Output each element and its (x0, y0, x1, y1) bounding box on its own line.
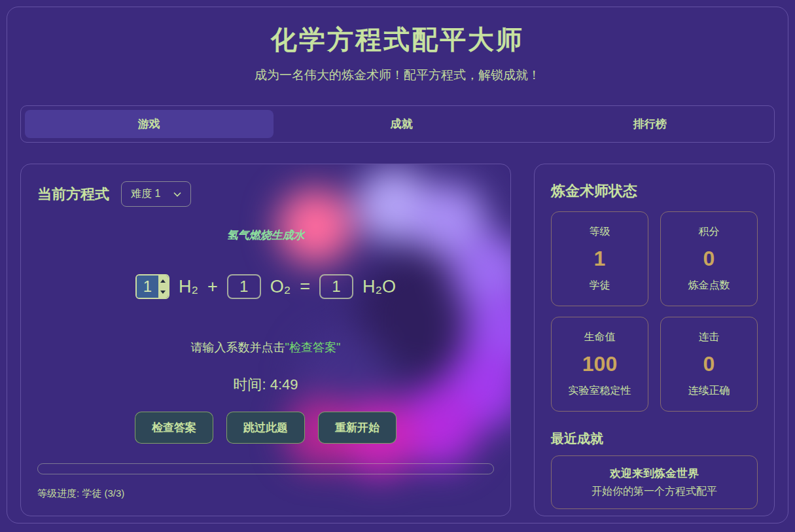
stat-card-level: 等级 1 学徒 (551, 211, 648, 306)
difficulty-select[interactable]: 难度 1 (121, 181, 191, 207)
stat-label: 积分 (666, 225, 752, 239)
achievement-title: 欢迎来到炼金世界 (558, 466, 751, 481)
equation-term-o2: O₂ (270, 277, 291, 297)
equation-row: 1 H₂ + O₂ = H₂O (37, 274, 494, 299)
skip-question-button[interactable]: 跳过此题 (226, 412, 305, 444)
stat-sublabel: 连续正确 (666, 384, 752, 398)
achievement-description: 开始你的第一个方程式配平 (558, 485, 751, 499)
equals-sign: = (300, 277, 310, 297)
tab-bar: 游戏 成就 排行榜 (20, 105, 775, 143)
level-progress-text: 等级进度: 学徒 (3/3) (37, 488, 494, 500)
page-subtitle: 成为一名伟大的炼金术师！配平方程式，解锁成就！ (7, 67, 788, 84)
stat-label: 连击 (666, 330, 752, 344)
status-panel: 炼金术师状态 等级 1 学徒 积分 0 炼金点数 生命值 100 (534, 164, 775, 516)
stat-sublabel: 实验室稳定性 (557, 384, 643, 398)
progress-bar (37, 463, 494, 474)
equation-hint: 氢气燃烧生成水 (37, 228, 494, 243)
stat-card-combo: 连击 0 连续正确 (660, 317, 758, 412)
timer-label: 时间: (233, 376, 266, 393)
equation-term-h2o: H₂O (362, 277, 396, 297)
check-answer-reference: "检查答案" (285, 341, 341, 354)
stat-card-score: 积分 0 炼金点数 (660, 211, 758, 306)
chevron-down-icon (173, 192, 181, 197)
coefficient-input-1[interactable]: 1 (135, 274, 169, 299)
equation-panel: 当前方程式 难度 1 氢气燃烧生成水 1 H₂ (20, 164, 511, 516)
tab-achievements[interactable]: 成就 (277, 106, 526, 142)
equation-panel-title: 当前方程式 (37, 185, 109, 204)
stat-sublabel: 炼金点数 (666, 279, 752, 293)
achievement-box: 欢迎来到炼金世界 开始你的第一个方程式配平 (551, 455, 758, 509)
tab-game[interactable]: 游戏 (25, 110, 274, 138)
stat-label: 等级 (557, 225, 643, 239)
coefficient-input-3[interactable] (319, 274, 353, 299)
number-spinner (158, 275, 168, 298)
stat-value: 1 (557, 247, 643, 271)
timer-text: 时间: 4:49 (37, 375, 494, 395)
equation-term-h2: H₂ (179, 277, 198, 297)
plus-sign: + (207, 277, 218, 297)
page-title: 化学方程式配平大师 (7, 22, 788, 58)
stat-value: 0 (666, 352, 752, 376)
stat-value: 100 (557, 352, 643, 376)
spinner-down-button[interactable] (158, 287, 168, 298)
stat-label: 生命值 (557, 330, 643, 344)
main-container: 化学方程式配平大师 成为一名伟大的炼金术师！配平方程式，解锁成就！ 游戏 成就 … (7, 7, 788, 523)
stat-sublabel: 学徒 (557, 279, 643, 293)
stat-value: 0 (666, 247, 752, 271)
stat-card-health: 生命值 100 实验室稳定性 (551, 317, 648, 412)
coefficient-value-1: 1 (137, 275, 158, 298)
restart-button[interactable]: 重新开始 (318, 412, 397, 444)
timer-value: 4:49 (270, 376, 298, 393)
stats-grid: 等级 1 学徒 积分 0 炼金点数 生命值 100 实验室稳定性 (551, 211, 758, 412)
tab-leaderboard[interactable]: 排行榜 (525, 106, 774, 142)
difficulty-select-value: 难度 1 (131, 187, 160, 201)
status-panel-title: 炼金术师状态 (551, 181, 758, 201)
spinner-up-button[interactable] (158, 275, 168, 287)
instruction-text: 请输入系数并点击"检查答案" (37, 340, 494, 355)
coefficient-input-2[interactable] (227, 274, 261, 299)
check-answer-button[interactable]: 检查答案 (135, 412, 213, 444)
achievements-heading: 最近成就 (551, 430, 758, 448)
